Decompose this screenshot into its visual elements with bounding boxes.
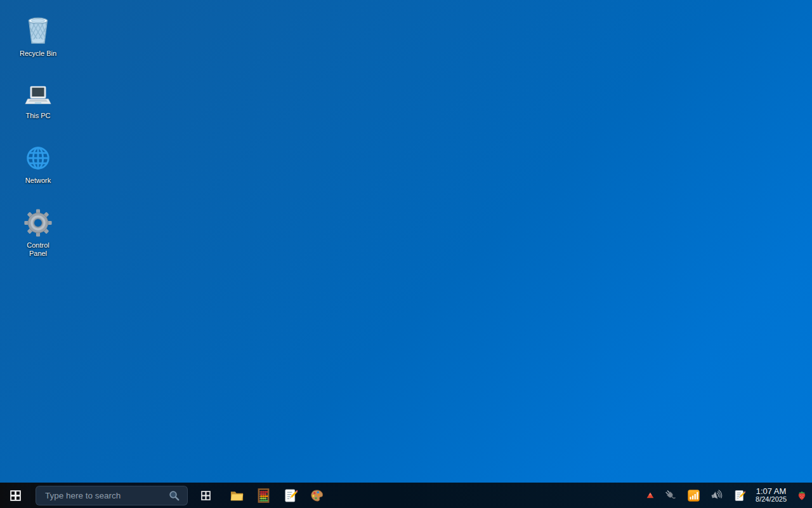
task-view-icon (201, 491, 211, 500)
start-button[interactable] (0, 483, 30, 508)
pinned-apps (223, 483, 330, 508)
windows-start-icon (10, 490, 21, 501)
task-view-button[interactable] (192, 483, 219, 508)
taskbar: 1:07 AM 8/24/2025 (0, 483, 812, 508)
desktop-icon-network[interactable]: Network (14, 144, 62, 185)
tray-volume-button[interactable] (705, 483, 728, 508)
desktop-icon-label: Recycle Bin (20, 50, 56, 58)
search-icon (169, 490, 180, 501)
strawberry-icon (796, 490, 808, 501)
clock-time: 1:07 AM (756, 487, 787, 495)
signal-bars-icon (688, 490, 700, 502)
desktop-icon-label: Control Panel (18, 241, 58, 258)
globe-icon (23, 144, 53, 173)
desktop-icon-control-panel[interactable]: Control Panel (14, 208, 62, 258)
taskbar-clock[interactable]: 1:07 AM 8/24/2025 (750, 487, 792, 504)
taskbar-app-file-explorer[interactable] (223, 483, 250, 508)
memo-pencil-icon (283, 488, 298, 503)
recycle-bin-icon (23, 15, 53, 46)
show-hidden-icons-button[interactable] (641, 483, 659, 508)
tray-strawberry-button[interactable] (792, 483, 812, 508)
tray-signal-button[interactable] (682, 483, 705, 508)
palette-icon (310, 488, 324, 503)
desktop-icon-this-pc[interactable]: This PC (14, 85, 62, 120)
memo-pencil-icon (733, 490, 745, 502)
system-tray: 1:07 AM 8/24/2025 (641, 483, 812, 508)
red-triangle-icon (646, 492, 654, 498)
taskbar-app-calculator[interactable] (250, 483, 277, 508)
plug-icon (664, 489, 677, 502)
search-input[interactable] (45, 491, 169, 500)
taskbar-search[interactable] (36, 486, 188, 505)
abacus-icon (256, 488, 271, 503)
desktop-icon-recycle-bin[interactable]: Recycle Bin (14, 15, 62, 58)
taskbar-app-text-editor[interactable] (277, 483, 303, 508)
taskbar-app-paint[interactable] (303, 483, 330, 508)
tray-power-button[interactable] (659, 483, 682, 508)
gear-icon (23, 208, 53, 237)
desktop-screen: { "desktop": { "background_top_left": "#… (0, 0, 812, 508)
laptop-icon (23, 85, 53, 108)
clock-date: 8/24/2025 (756, 495, 787, 504)
speaker-icon (710, 489, 723, 502)
tray-notes-button[interactable] (728, 483, 750, 508)
folder-icon (230, 488, 244, 503)
desktop-icon-label: Network (25, 177, 51, 185)
desktop-icon-label: This PC (25, 112, 50, 120)
